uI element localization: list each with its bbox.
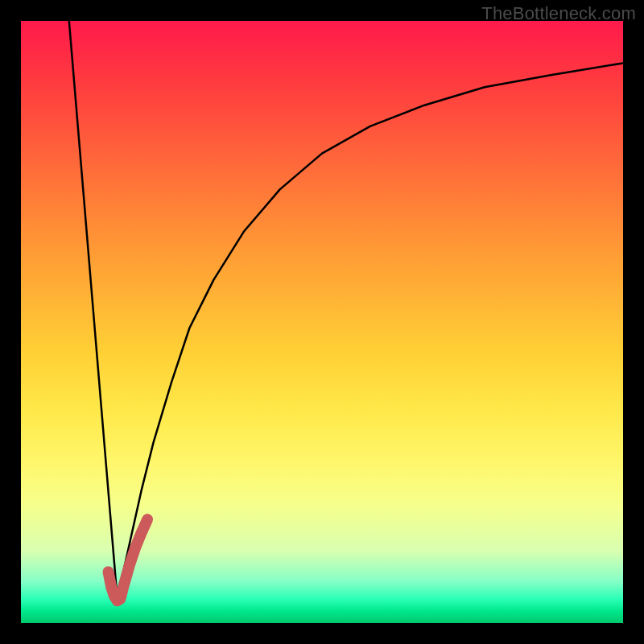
- curve-layer: [21, 21, 623, 623]
- plot-area: [21, 21, 623, 623]
- series-right-branch: [118, 63, 623, 599]
- series-left-branch: [69, 21, 118, 599]
- attribution-watermark: TheBottleneck.com: [481, 3, 636, 24]
- chart-frame: TheBottleneck.com: [0, 0, 644, 644]
